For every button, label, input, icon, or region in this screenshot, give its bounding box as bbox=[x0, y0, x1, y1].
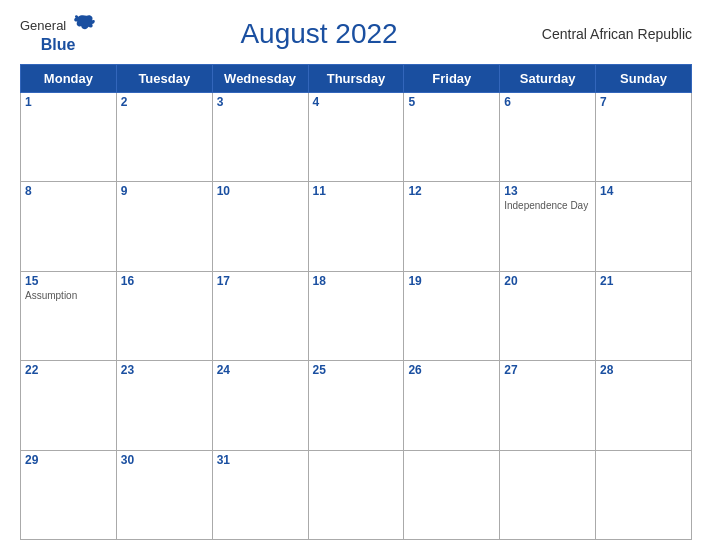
calendar-cell: 15Assumption bbox=[21, 271, 117, 360]
day-number: 27 bbox=[504, 363, 591, 377]
calendar-cell: 14 bbox=[596, 182, 692, 271]
day-number: 13 bbox=[504, 184, 591, 198]
calendar-cell: 4 bbox=[308, 93, 404, 182]
calendar-cell: 12 bbox=[404, 182, 500, 271]
calendar-cell: 19 bbox=[404, 271, 500, 360]
day-number: 30 bbox=[121, 453, 208, 467]
calendar-cell bbox=[404, 450, 500, 539]
calendar-table: MondayTuesdayWednesdayThursdayFridaySatu… bbox=[20, 64, 692, 540]
calendar-cell bbox=[500, 450, 596, 539]
calendar-cell: 13Independence Day bbox=[500, 182, 596, 271]
day-event: Independence Day bbox=[504, 200, 591, 211]
weekday-header-monday: Monday bbox=[21, 65, 117, 93]
calendar-body: 12345678910111213Independence Day1415Ass… bbox=[21, 93, 692, 540]
day-number: 5 bbox=[408, 95, 495, 109]
day-number: 22 bbox=[25, 363, 112, 377]
calendar-cell: 2 bbox=[116, 93, 212, 182]
weekday-header-sunday: Sunday bbox=[596, 65, 692, 93]
calendar-cell: 16 bbox=[116, 271, 212, 360]
calendar-cell: 27 bbox=[500, 361, 596, 450]
day-number: 11 bbox=[313, 184, 400, 198]
calendar-cell: 30 bbox=[116, 450, 212, 539]
weekday-header-thursday: Thursday bbox=[308, 65, 404, 93]
week-row-4: 22232425262728 bbox=[21, 361, 692, 450]
calendar-cell: 10 bbox=[212, 182, 308, 271]
day-number: 2 bbox=[121, 95, 208, 109]
weekday-header-row: MondayTuesdayWednesdayThursdayFridaySatu… bbox=[21, 65, 692, 93]
day-number: 29 bbox=[25, 453, 112, 467]
weekday-header-tuesday: Tuesday bbox=[116, 65, 212, 93]
day-number: 17 bbox=[217, 274, 304, 288]
day-event: Assumption bbox=[25, 290, 112, 301]
calendar-cell: 23 bbox=[116, 361, 212, 450]
day-number: 3 bbox=[217, 95, 304, 109]
day-number: 16 bbox=[121, 274, 208, 288]
day-number: 7 bbox=[600, 95, 687, 109]
calendar-cell: 9 bbox=[116, 182, 212, 271]
calendar-cell: 3 bbox=[212, 93, 308, 182]
day-number: 31 bbox=[217, 453, 304, 467]
calendar-cell: 29 bbox=[21, 450, 117, 539]
day-number: 18 bbox=[313, 274, 400, 288]
day-number: 19 bbox=[408, 274, 495, 288]
logo-bird-icon bbox=[68, 14, 96, 36]
day-number: 4 bbox=[313, 95, 400, 109]
day-number: 26 bbox=[408, 363, 495, 377]
calendar-cell: 28 bbox=[596, 361, 692, 450]
day-number: 21 bbox=[600, 274, 687, 288]
calendar-cell: 24 bbox=[212, 361, 308, 450]
calendar-cell: 11 bbox=[308, 182, 404, 271]
calendar-cell bbox=[308, 450, 404, 539]
day-number: 9 bbox=[121, 184, 208, 198]
day-number: 28 bbox=[600, 363, 687, 377]
calendar-cell: 17 bbox=[212, 271, 308, 360]
calendar-cell: 22 bbox=[21, 361, 117, 450]
day-number: 8 bbox=[25, 184, 112, 198]
day-number: 12 bbox=[408, 184, 495, 198]
country-label: Central African Republic bbox=[542, 26, 692, 42]
calendar-cell: 25 bbox=[308, 361, 404, 450]
day-number: 24 bbox=[217, 363, 304, 377]
calendar-cell: 6 bbox=[500, 93, 596, 182]
calendar-cell: 20 bbox=[500, 271, 596, 360]
calendar-cell: 26 bbox=[404, 361, 500, 450]
month-title: August 2022 bbox=[240, 18, 397, 50]
calendar-cell: 1 bbox=[21, 93, 117, 182]
day-number: 14 bbox=[600, 184, 687, 198]
calendar-cell: 21 bbox=[596, 271, 692, 360]
day-number: 25 bbox=[313, 363, 400, 377]
logo-blue-text: Blue bbox=[41, 36, 76, 54]
calendar-cell: 18 bbox=[308, 271, 404, 360]
calendar-cell: 31 bbox=[212, 450, 308, 539]
day-number: 20 bbox=[504, 274, 591, 288]
logo-general-text: General bbox=[20, 18, 66, 33]
day-number: 1 bbox=[25, 95, 112, 109]
week-row-5: 293031 bbox=[21, 450, 692, 539]
week-row-2: 8910111213Independence Day14 bbox=[21, 182, 692, 271]
logo: General Blue bbox=[20, 14, 96, 54]
weekday-header-friday: Friday bbox=[404, 65, 500, 93]
day-number: 15 bbox=[25, 274, 112, 288]
calendar-cell: 8 bbox=[21, 182, 117, 271]
week-row-1: 1234567 bbox=[21, 93, 692, 182]
week-row-3: 15Assumption161718192021 bbox=[21, 271, 692, 360]
calendar-cell bbox=[596, 450, 692, 539]
weekday-header-wednesday: Wednesday bbox=[212, 65, 308, 93]
calendar-cell: 5 bbox=[404, 93, 500, 182]
weekday-header-saturday: Saturday bbox=[500, 65, 596, 93]
day-number: 10 bbox=[217, 184, 304, 198]
day-number: 6 bbox=[504, 95, 591, 109]
day-number: 23 bbox=[121, 363, 208, 377]
calendar-header: General Blue August 2022 Central African… bbox=[20, 10, 692, 58]
calendar-cell: 7 bbox=[596, 93, 692, 182]
